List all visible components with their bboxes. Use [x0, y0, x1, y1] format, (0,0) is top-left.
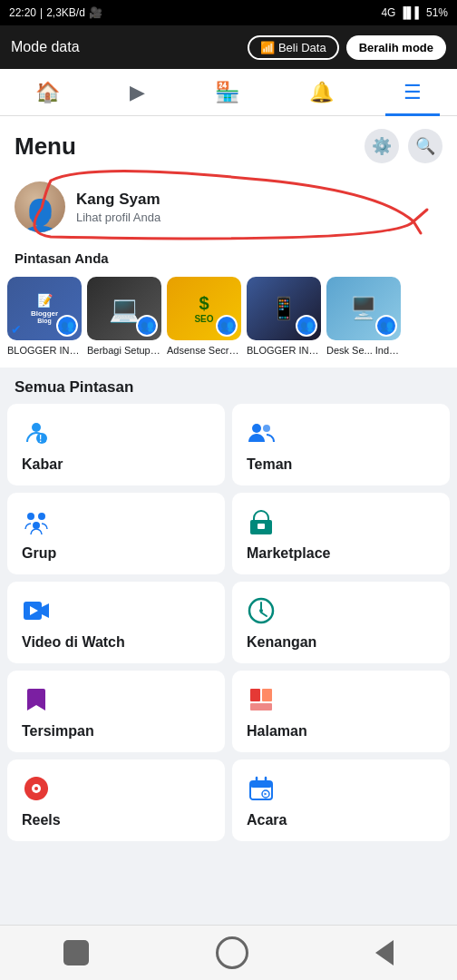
svg-point-27: [24, 787, 28, 790]
pintasan-blogger-indo[interactable]: 📝 Blogger Blog ✔ 👥 BLOGGER INDO: [7, 277, 82, 357]
nav-bar: 🏠 ▶ 🏪 🔔 ☰: [0, 69, 457, 116]
wifi-icon: 📶: [260, 41, 275, 54]
back-square-button[interactable]: [63, 940, 89, 965]
marketplace-label: Marketplace: [247, 545, 435, 562]
hamburger-icon: ☰: [404, 81, 422, 104]
back-triangle-button[interactable]: [375, 940, 394, 965]
profile-row[interactable]: Kang Syam Lihat profil Anda: [0, 172, 457, 245]
network-data: 2,3KB/d: [46, 6, 85, 19]
network-speed: |: [40, 6, 43, 19]
reels-icon: [22, 774, 210, 803]
teman-icon: [247, 418, 435, 447]
menu-card-marketplace[interactable]: Marketplace: [232, 493, 450, 574]
group-icon-5: 👥: [375, 315, 397, 337]
menu-card-grup[interactable]: Grup: [7, 493, 225, 574]
svg-point-2: [32, 423, 41, 432]
beli-data-button[interactable]: 📶 Beli Data: [248, 35, 339, 60]
reels-label: Reels: [22, 812, 210, 828]
marketplace-icon: [247, 507, 435, 536]
svg-rect-20: [262, 689, 272, 701]
pintasan-thumb-3: $ SEO 👥: [167, 277, 241, 340]
menu-card-tersimpan[interactable]: Tersimpan: [7, 671, 225, 752]
menu-card-video[interactable]: Video di Watch: [7, 582, 225, 663]
kabar-icon: !: [22, 418, 210, 447]
nav-marketplace[interactable]: 🏪: [197, 77, 258, 108]
status-right: 4G ▐▌▌ 51%: [381, 6, 448, 19]
pintasan-thumb-4: 📱 👥: [247, 277, 321, 340]
menu-card-kabar[interactable]: ! Kabar: [7, 404, 225, 485]
svg-marker-13: [42, 603, 49, 618]
menu-header-icons: ⚙️ 🔍: [365, 129, 442, 163]
battery: 51%: [426, 6, 448, 19]
video-icon: [22, 596, 210, 625]
menu-title: Menu: [15, 132, 76, 161]
svg-rect-19: [250, 689, 260, 701]
teman-label: Teman: [247, 456, 435, 473]
bottom-nav: [0, 925, 457, 980]
pintasan-scroll[interactable]: 📝 Blogger Blog ✔ 👥 BLOGGER INDO 💻 👥 Berb…: [0, 273, 457, 368]
menu-card-teman[interactable]: Teman: [232, 404, 450, 485]
group-icon-1: 👥: [56, 315, 78, 337]
data-mode-label: Mode data: [11, 39, 80, 55]
signal-4g: 4G: [381, 6, 395, 19]
acara-label: Acara: [247, 812, 435, 828]
kenangan-label: Kenangan: [247, 634, 435, 651]
profile-sub: Lihat profil Anda: [76, 211, 442, 224]
menu-card-halaman[interactable]: Halaman: [232, 671, 450, 752]
pintasan-adsense[interactable]: $ SEO 👥 Adsense Secret Indo...: [167, 277, 241, 357]
video-label: Video di Watch: [22, 634, 210, 651]
svg-line-18: [261, 612, 267, 616]
nav-home[interactable]: 🏠: [17, 77, 78, 108]
menu-card-kenangan[interactable]: Kenangan: [232, 582, 450, 663]
svg-rect-30: [250, 781, 272, 788]
menu-card-acara[interactable]: Acara: [232, 760, 450, 841]
home-circle-button[interactable]: [216, 936, 248, 969]
time: 22:20: [9, 6, 36, 19]
avatar: [15, 181, 65, 232]
semua-pintasan-label: Semua Pintasan: [0, 368, 457, 404]
svg-rect-11: [258, 524, 265, 529]
data-mode-actions: 📶 Beli Data Beralih mode: [248, 35, 446, 60]
halaman-icon: [247, 685, 435, 714]
kenangan-icon: [247, 596, 435, 625]
svg-point-25: [34, 777, 38, 780]
pintasan-thumb-2: 💻 👥: [87, 277, 161, 340]
pintasan-name-4: BLOGGER INDONESIA: [247, 344, 321, 357]
status-left: 22:20 | 2,3KB/d 🎥: [9, 6, 102, 19]
bell-icon: 🔔: [309, 81, 334, 104]
grup-label: Grup: [22, 545, 210, 562]
svg-point-24: [34, 787, 38, 790]
pintasan-name-3: Adsense Secret Indo...: [167, 344, 241, 357]
svg-text:!: !: [39, 434, 42, 444]
nav-video[interactable]: ▶: [112, 77, 163, 108]
pintasan-desk[interactable]: 🖥️ 👥 Desk Se... Indone...: [326, 277, 401, 357]
pintasan-name-1: BLOGGER INDO: [7, 344, 82, 357]
pintasan-berbagi[interactable]: 💻 👥 Berbagi Setup Indo...: [87, 277, 161, 357]
menu-header: Menu ⚙️ 🔍: [0, 116, 457, 172]
status-bar: 22:20 | 2,3KB/d 🎥 4G ▐▌▌ 51%: [0, 0, 457, 25]
video-icon: 🎥: [89, 6, 102, 19]
data-mode-bar: Mode data 📶 Beli Data Beralih mode: [0, 25, 457, 69]
group-icon-4: 👥: [296, 315, 317, 337]
halaman-label: Halaman: [247, 723, 435, 740]
grup-icon: [22, 507, 210, 536]
search-button[interactable]: 🔍: [408, 129, 442, 163]
pintasan-label: Pintasan Anda: [0, 245, 457, 273]
pintasan-thumb-1: 📝 Blogger Blog ✔ 👥: [7, 277, 82, 340]
nav-menu[interactable]: ☰: [385, 77, 440, 108]
menu-card-reels[interactable]: Reels: [7, 760, 225, 841]
signal-bars: ▐▌▌: [399, 6, 423, 19]
pintasan-blogger-indonesia[interactable]: 📱 👥 BLOGGER INDONESIA: [247, 277, 321, 357]
home-icon: 🏠: [35, 81, 60, 104]
svg-point-6: [263, 425, 270, 432]
kabar-label: Kabar: [22, 456, 210, 473]
settings-button[interactable]: ⚙️: [365, 129, 399, 163]
pintasan-name-2: Berbagi Setup Indo...: [87, 344, 161, 357]
shop-icon: 🏪: [215, 81, 239, 104]
nav-notifications[interactable]: 🔔: [291, 77, 352, 108]
pintasan-thumb-5: 🖥️ 👥: [326, 277, 401, 340]
menu-grid: ! Kabar Teman Grup: [0, 404, 457, 848]
beralih-mode-button[interactable]: Beralih mode: [346, 35, 446, 60]
svg-point-7: [27, 513, 34, 520]
check-icon: ✔: [11, 322, 22, 337]
